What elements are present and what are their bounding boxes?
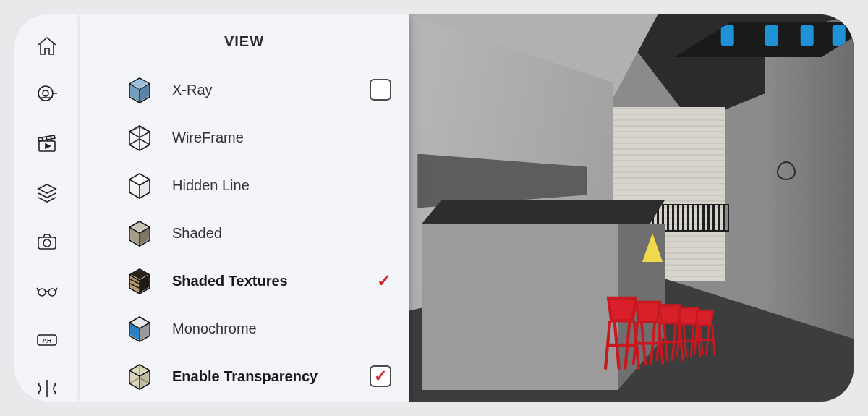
panel-title: VIEW [80,22,409,66]
transparency-cube-icon [123,360,156,393]
sidebar-styles-button[interactable] [33,278,61,304]
svg-point-4 [43,239,51,247]
sidebar-ar-button[interactable]: AR [33,327,61,353]
svg-point-5 [38,289,46,296]
scene-stools [605,255,739,371]
selected-check-icon: ✓ [377,271,391,291]
view-option-shaded[interactable]: Shaded [123,209,391,257]
view-option-label: X-Ray [172,82,354,98]
view-option-shaded-textures[interactable]: Shaded Textures ✓ [123,257,391,305]
shaded-textures-cube-icon [123,264,156,297]
sidebar-tape-measure-button[interactable] [33,82,61,109]
view-option-xray[interactable]: X-Ray [123,66,391,114]
shaded-cube-icon [123,216,156,250]
view-style-list: X-Ray WireFrame Hidden Line [80,66,409,400]
sidebar-camera-button[interactable] [33,229,61,255]
view-option-label: Monochrome [172,321,391,337]
sidebar-mirror-button[interactable] [33,375,61,402]
svg-text:AR: AR [43,337,52,344]
xray-cube-icon [123,73,156,106]
layers-icon [35,182,59,205]
view-option-label: Shaded Textures [172,273,361,289]
clapperboard-icon [35,132,59,156]
view-option-label: WireFrame [172,130,391,146]
home-icon [35,35,59,58]
camera-icon [35,230,59,253]
view-option-label: Enable Transparency [172,368,354,385]
wireframe-cube-icon [123,121,156,154]
svg-point-6 [48,289,56,296]
glasses-icon [35,279,59,302]
sidebar-layers-button[interactable] [33,180,61,206]
svg-point-0 [38,86,53,101]
view-option-label: Hidden Line [172,177,391,194]
scene-kitchen-island [422,224,618,390]
tape-measure-icon [35,83,59,106]
svg-point-1 [43,90,48,96]
view-panel: VIEW X-Ray WireFrame [80,14,409,402]
view-option-monochrome[interactable]: Monochrome [123,305,391,352]
transparency-checkbox[interactable]: ✓ [370,365,391,387]
app-device-frame: AR VIEW X-Ray [14,14,854,402]
view-option-enable-transparency[interactable]: Enable Transparency ✓ [123,352,391,400]
view-option-wireframe[interactable]: WireFrame [123,114,391,161]
scene-pendant-lamp [777,161,796,180]
hidden-line-cube-icon [123,169,156,202]
mirror-icon [35,377,59,400]
sidebar: AR [14,14,80,402]
check-icon: ✓ [374,367,387,386]
sidebar-home-button[interactable] [33,33,61,59]
ar-icon: AR [35,328,59,352]
sidebar-scenes-button[interactable] [33,131,61,157]
xray-checkbox[interactable] [370,79,391,101]
view-option-hidden-line[interactable]: Hidden Line [123,161,391,209]
monochrome-cube-icon [123,312,156,345]
view-option-label: Shaded [172,225,391,242]
model-viewport[interactable] [409,14,854,402]
